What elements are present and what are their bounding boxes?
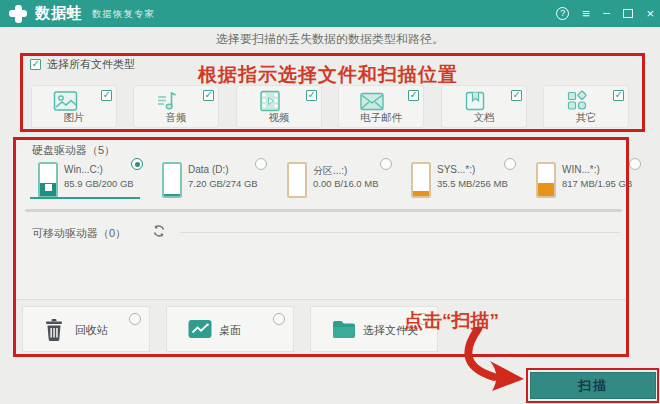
drive-item-partition[interactable]: 分区...:) 0.00 B/16.0 MB — [274, 157, 394, 203]
annotation-arrow-icon — [438, 327, 530, 399]
drive-usage: 35.5 MB/256 MB — [437, 178, 508, 189]
drive-capacity-icon — [411, 162, 431, 198]
drive-name: SYS...*:) — [437, 164, 475, 175]
page-title: 选择要扫描的丢失数据的数据类型和路径。 — [0, 31, 660, 48]
drive-name: Data (D:) — [188, 164, 229, 175]
filetype-checkbox[interactable] — [203, 90, 214, 101]
email-icon — [339, 88, 405, 113]
maximize-icon[interactable] — [623, 9, 633, 18]
drive-usage: 7.20 GB/274 GB — [188, 178, 258, 189]
location-radio[interactable] — [273, 313, 285, 325]
drive-capacity-icon — [287, 162, 307, 198]
drive-radio[interactable] — [255, 158, 267, 170]
filetype-checkbox[interactable] — [306, 90, 317, 101]
desktop-icon — [187, 318, 213, 344]
drive-radio[interactable] — [629, 158, 641, 170]
drive-item-sys[interactable]: SYS...*:) 35.5 MB/256 MB — [398, 157, 518, 203]
filetype-label: 音频 — [134, 111, 218, 125]
location-label: 桌面 — [219, 323, 241, 338]
select-all-label: 选择所有文件类型 — [47, 57, 135, 72]
close-icon[interactable]: × — [646, 7, 654, 20]
document-icon — [442, 88, 508, 113]
app-name: 数据蛙 — [35, 4, 83, 23]
location-radio[interactable] — [129, 313, 141, 325]
video-icon — [237, 88, 303, 113]
filetype-tile-other[interactable]: 其它 — [543, 85, 629, 128]
image-icon — [32, 88, 98, 113]
drive-usage: 85.9 GB/200 GB — [64, 178, 134, 189]
filetype-label: 电子邮件 — [339, 111, 423, 125]
filetype-label: 其它 — [544, 111, 628, 125]
location-tile-recycle-bin[interactable]: 回收站 — [22, 306, 150, 352]
select-all-filetypes[interactable]: 选择所有文件类型 — [30, 57, 135, 72]
annotation-select-hint: 根据指示选择文件和扫描位置 — [198, 62, 458, 88]
filetype-tile-audio[interactable]: 音频 — [133, 85, 219, 128]
app-subtitle: 数据恢复专家 — [92, 8, 155, 21]
drive-radio[interactable] — [380, 158, 392, 170]
refresh-icon[interactable] — [152, 224, 166, 242]
selected-drive-underline — [30, 197, 140, 199]
filetype-label: 图片 — [32, 111, 116, 125]
drive-name: WIN...*:) — [562, 164, 600, 175]
select-all-checkbox[interactable] — [30, 59, 41, 70]
app-window: 数据蛙 数据恢复专家 ? ≡ − × 选择要扫描的丢失数据的数据类型和路径。 选… — [0, 0, 660, 404]
location-label: 回收站 — [75, 323, 108, 338]
drive-capacity-icon — [536, 162, 556, 198]
other-icon — [544, 88, 610, 113]
removable-divider-line — [180, 232, 620, 233]
filetype-tile-images[interactable]: 图片 — [31, 85, 117, 128]
drive-name: Win...C:) — [64, 164, 103, 175]
removable-section-header: 可移动驱动器（0） — [32, 226, 126, 241]
minimize-icon[interactable]: − — [603, 7, 611, 20]
menu-icon[interactable]: ≡ — [582, 7, 590, 20]
recycle-bin-icon — [43, 318, 65, 346]
filetype-checkbox[interactable] — [408, 90, 419, 101]
filetype-tile-video[interactable]: 视频 — [236, 85, 322, 128]
help-icon[interactable]: ? — [556, 7, 569, 20]
audio-icon — [134, 88, 200, 113]
app-logo-icon — [8, 4, 28, 24]
location-tile-desktop[interactable]: 桌面 — [166, 306, 294, 352]
windows-logo-icon — [45, 184, 52, 191]
drive-usage: 0.00 B/16.0 MB — [313, 178, 378, 189]
scan-button[interactable]: 扫描 — [530, 372, 656, 399]
drive-radio[interactable] — [131, 158, 143, 170]
filetype-label: 文档 — [442, 111, 526, 125]
drive-item-win[interactable]: WIN...*:) 817 MB/1.95 GB — [523, 157, 643, 203]
filetype-checkbox[interactable] — [511, 90, 522, 101]
filetype-label: 视频 — [237, 111, 321, 125]
filetype-checkbox[interactable] — [613, 90, 624, 101]
drive-radio[interactable] — [504, 158, 516, 170]
filetype-tile-documents[interactable]: 文档 — [441, 85, 527, 128]
section-divider — [25, 209, 622, 212]
drive-usage: 817 MB/1.95 GB — [562, 178, 632, 189]
drive-name: 分区...:) — [313, 164, 347, 178]
folder-icon — [331, 318, 357, 344]
titlebar: 数据蛙 数据恢复专家 ? ≡ − × — [0, 0, 660, 27]
drive-capacity-icon — [162, 162, 182, 198]
drive-capacity-icon — [38, 162, 58, 198]
filetype-checkbox[interactable] — [101, 90, 112, 101]
hdd-section-header: 硬盘驱动器（5） — [32, 143, 115, 158]
drive-item-d[interactable]: Data (D:) 7.20 GB/274 GB — [149, 157, 269, 203]
filetype-tile-email[interactable]: 电子邮件 — [338, 85, 424, 128]
